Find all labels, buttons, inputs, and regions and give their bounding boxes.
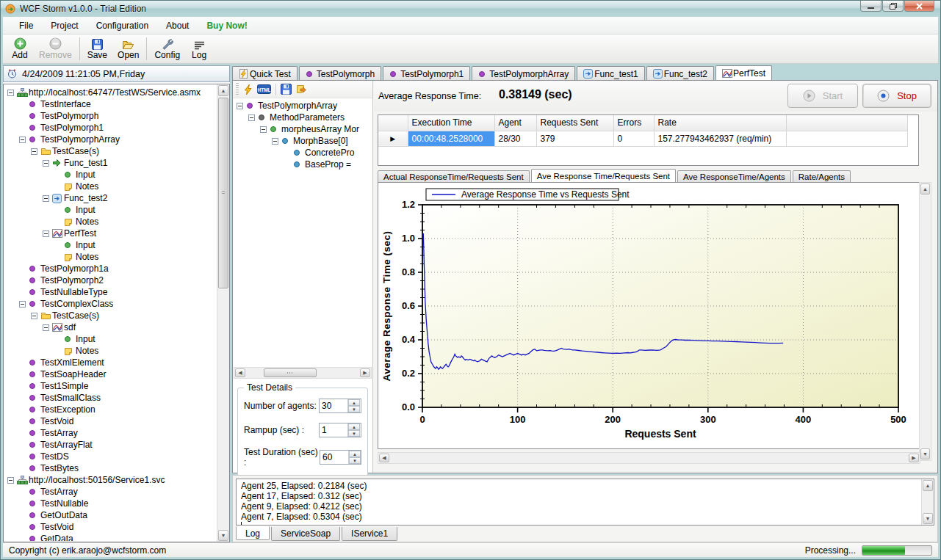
log-tab-log[interactable]: Log [236, 526, 270, 540]
tree-expander-icon[interactable] [7, 477, 14, 484]
grid-header-Errors[interactable]: Errors [613, 115, 654, 131]
restore-button[interactable] [882, 1, 904, 12]
parameter-tree-item[interactable]: ConcretePro [234, 147, 372, 159]
scroll-up-arrow[interactable]: ▲ [923, 480, 933, 491]
service-tree-item[interactable]: Func_test2 [4, 192, 216, 204]
rampup-sec-spinner[interactable]: ▲▼ [319, 423, 361, 437]
grid-row[interactable]: ▶00:00:48.252800028/303790157.2779434629… [378, 131, 907, 146]
tree-expander-icon[interactable] [31, 148, 37, 155]
title-bar[interactable]: WCF Storm v1.0.0 - Trial Edition [1, 1, 940, 17]
parameter-tree-item[interactable]: TestPolymorphArray [234, 100, 372, 112]
tree-expander-icon[interactable] [19, 301, 26, 308]
tree-expander-icon[interactable] [237, 103, 243, 109]
close-button[interactable] [904, 1, 934, 12]
service-tree-item[interactable]: Func_test1 [4, 157, 216, 169]
tree-expander-icon[interactable] [248, 114, 255, 121]
grid-cell[interactable]: 0 [613, 131, 654, 146]
open-button[interactable]: Open [112, 34, 144, 63]
number-of-agents-spinner[interactable]: ▲▼ [319, 399, 361, 413]
config-button[interactable]: Config [149, 34, 185, 63]
service-tree-item[interactable]: Input [4, 239, 216, 251]
tab-testpolymorph[interactable]: TestPolymorph [299, 66, 381, 81]
add-button[interactable]: Add [6, 34, 34, 63]
scroll-thumb[interactable] [218, 98, 228, 288]
grid-header-Agent[interactable]: Agent [494, 115, 536, 131]
tree-expander-icon[interactable] [272, 138, 278, 145]
spin-up-icon[interactable]: ▲ [348, 399, 360, 406]
scroll-left-arrow[interactable]: ◀ [235, 368, 245, 377]
results-grid[interactable]: Execution TimeAgentRequests SentErrorsRa… [378, 114, 919, 166]
html-view-icon[interactable]: HTML [257, 84, 271, 94]
grid-header-Execution Time[interactable]: Execution Time [408, 115, 494, 131]
log-button[interactable]: Log [185, 34, 213, 63]
service-tree-item[interactable]: Test1Simple [4, 380, 216, 392]
menu-item-file[interactable]: File [10, 18, 42, 33]
service-tree-item[interactable]: Notes [4, 181, 216, 192]
service-tree-item[interactable]: TestException [4, 404, 216, 415]
scroll-up-arrow[interactable]: ▲ [920, 183, 930, 194]
service-tree-item[interactable]: TestComplexClass [4, 298, 216, 310]
parameter-tree-item[interactable]: MethodParameters [234, 112, 372, 123]
service-tree-item[interactable]: TestDS [4, 451, 216, 462]
remove-button[interactable]: Remove [34, 34, 77, 63]
service-tree-item[interactable]: Input [4, 333, 216, 345]
scroll-down-arrow[interactable]: ▼ [923, 513, 933, 524]
export-icon[interactable] [296, 84, 306, 94]
service-tree-item[interactable]: Input [4, 169, 216, 181]
service-tree-item[interactable]: sdf [4, 321, 216, 333]
scroll-left-arrow[interactable]: ◀ [379, 454, 389, 462]
service-tree-item[interactable]: TestCase(s) [4, 310, 216, 321]
service-tree-item[interactable]: http://localhost:64747/TestWS/Service.as… [4, 87, 216, 98]
chart-hscrollbar[interactable]: ◀ ▶ [378, 452, 920, 464]
service-tree-item[interactable]: Input [4, 204, 216, 216]
menu-item-project[interactable]: Project [42, 18, 87, 33]
grid-header-Requests Sent[interactable]: Requests Sent [536, 115, 613, 131]
service-tree-item[interactable]: TestNullable [4, 498, 216, 509]
spin-up-icon[interactable]: ▲ [349, 451, 361, 457]
service-tree-item[interactable]: TestArray [4, 427, 216, 439]
tree-expander-icon[interactable] [31, 313, 37, 319]
scroll-down-arrow[interactable]: ▼ [920, 448, 930, 459]
service-tree-item[interactable]: TestSmallClass [4, 392, 216, 404]
row-selector-arrow[interactable]: ▶ [378, 131, 408, 146]
service-tree-item[interactable]: TestXmlElement [4, 357, 216, 368]
spin-down-icon[interactable]: ▼ [349, 457, 361, 464]
scroll-thumb[interactable] [264, 368, 317, 377]
tree-expander-icon[interactable] [43, 324, 49, 331]
chart-tab-rate-agents[interactable]: Rate/Agents [793, 170, 851, 182]
spin-down-icon[interactable]: ▼ [348, 430, 360, 437]
service-tree-item[interactable]: Notes [4, 345, 216, 357]
service-tree-item[interactable]: TestCase(s) [4, 145, 216, 157]
service-tree-item[interactable]: TestPolymorph1a [4, 263, 216, 274]
number-of-agents-input[interactable] [320, 399, 347, 412]
service-tree-item[interactable]: PerfTest [4, 228, 216, 239]
tab-perftest[interactable]: PerfTest [715, 65, 772, 81]
menu-item-buy-now-[interactable]: Buy Now! [198, 18, 256, 33]
tab-testpolymorph1[interactable]: TestPolymorph1 [383, 66, 470, 81]
stop-button[interactable]: Stop [862, 84, 931, 108]
grid-header-selector[interactable] [378, 115, 408, 131]
menu-item-configuration[interactable]: Configuration [87, 18, 157, 33]
menu-item-about[interactable]: About [157, 18, 198, 33]
tab-func-test2[interactable]: Func_test2 [646, 66, 714, 81]
service-tree-item[interactable]: TestNullableType [4, 286, 216, 298]
test-duration-sec-input[interactable] [320, 451, 348, 464]
grid-cell[interactable]: 00:00:48.2528000 [408, 131, 494, 146]
log-scrollbar[interactable]: ▲▼ [921, 479, 934, 525]
tab-func-test1[interactable]: Func_test1 [577, 66, 644, 81]
chart-tab-ave-responsetime-agents[interactable]: Ave ResponseTime/Agents [677, 170, 791, 182]
service-tree-item[interactable]: TestArray [4, 486, 216, 498]
service-tree-item[interactable]: TestSoapHeader [4, 368, 216, 380]
chart-tab-actual-responsetime-requests-sent[interactable]: Actual ResponseTime/Requests Sent [378, 170, 530, 182]
grid-cell[interactable]: 28/30 [494, 131, 536, 146]
service-tree-scrollbar[interactable]: ▲ ▼ [217, 84, 229, 542]
service-tree-item[interactable]: TestArrayFlat [4, 439, 216, 451]
spin-up-icon[interactable]: ▲ [348, 423, 360, 430]
service-tree-item[interactable]: TestBytes [4, 462, 216, 474]
tab-testpolymorpharray[interactable]: TestPolymorphArray [472, 66, 575, 81]
service-tree-item[interactable]: Notes [4, 251, 216, 263]
service-tree-item[interactable]: TestVoid [4, 521, 216, 533]
service-tree-item[interactable]: TestPolymorph1 [4, 122, 216, 134]
scroll-right-arrow[interactable]: ▶ [360, 368, 370, 377]
service-tree-item[interactable]: TestPolymorphArray [4, 134, 216, 145]
